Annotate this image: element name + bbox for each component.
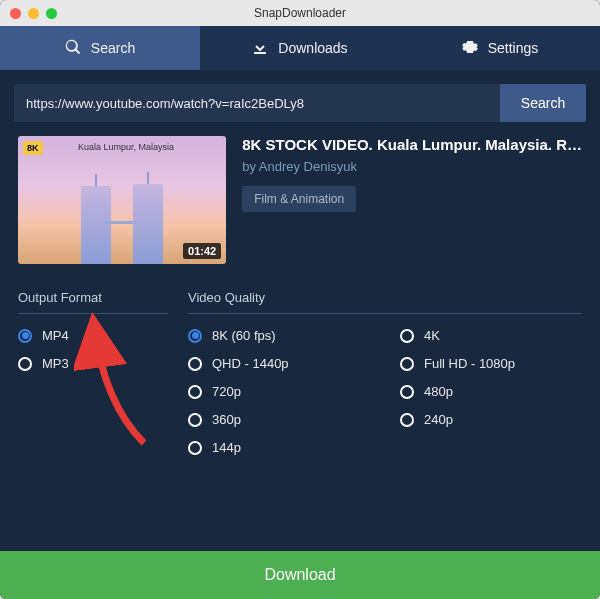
quality-col-1: 8K (60 fps)QHD - 1440p720p360p144p <box>188 328 370 455</box>
maximize-icon[interactable] <box>46 8 57 19</box>
quality-label: QHD - 1440p <box>212 356 289 371</box>
video-quality-section: Video Quality 8K (60 fps)QHD - 1440p720p… <box>188 290 582 455</box>
radio-icon <box>188 441 202 455</box>
quality-option[interactable]: 144p <box>188 440 370 455</box>
titlebar: SnapDownloader <box>0 0 600 26</box>
video-title: 8K STOCK VIDEO. Kuala Lumpur. Malaysia. … <box>242 136 582 153</box>
quality-label: 480p <box>424 384 453 399</box>
tab-search[interactable]: Search <box>0 26 200 70</box>
format-option[interactable]: MP3 <box>18 356 168 371</box>
tab-bar: Search Downloads Settings <box>0 26 600 70</box>
window-controls <box>10 8 57 19</box>
quality-option[interactable]: 480p <box>400 384 582 399</box>
app-window: SnapDownloader Search Downloads Settings… <box>0 0 600 599</box>
thumb-caption: Kuala Lumpur, Malaysia <box>78 142 174 152</box>
quality-option[interactable]: 360p <box>188 412 370 427</box>
quality-option[interactable]: 720p <box>188 384 370 399</box>
quality-label: 240p <box>424 412 453 427</box>
duration-badge: 01:42 <box>183 243 221 259</box>
radio-icon <box>18 329 32 343</box>
radio-icon <box>400 385 414 399</box>
tab-downloads[interactable]: Downloads <box>200 26 400 70</box>
radio-icon <box>400 413 414 427</box>
resolution-badge: 8K <box>23 141 43 155</box>
quality-option[interactable]: QHD - 1440p <box>188 356 370 371</box>
format-option[interactable]: MP4 <box>18 328 168 343</box>
quality-option[interactable]: 4K <box>400 328 582 343</box>
video-result: 8K Kuala Lumpur, Malaysia 01:42 8K STOCK… <box>0 136 600 276</box>
quality-label: 720p <box>212 384 241 399</box>
video-thumbnail[interactable]: 8K Kuala Lumpur, Malaysia 01:42 <box>18 136 226 264</box>
format-label: MP4 <box>42 328 69 343</box>
search-button[interactable]: Search <box>500 84 586 122</box>
gear-icon <box>462 39 478 58</box>
video-author: by Andrey Denisyuk <box>242 159 582 174</box>
url-input[interactable] <box>14 84 500 122</box>
app-title: SnapDownloader <box>0 6 600 20</box>
quality-label: Full HD - 1080p <box>424 356 515 371</box>
radio-icon <box>18 357 32 371</box>
format-label: MP3 <box>42 356 69 371</box>
search-icon <box>65 39 81 58</box>
radio-icon <box>400 329 414 343</box>
radio-icon <box>188 413 202 427</box>
quality-grid: 8K (60 fps)QHD - 1440p720p360p144p 4KFul… <box>188 328 582 455</box>
tab-settings[interactable]: Settings <box>400 26 600 70</box>
quality-label: 8K (60 fps) <box>212 328 276 343</box>
search-row: Search <box>14 84 586 122</box>
tab-search-label: Search <box>91 40 135 56</box>
radio-icon <box>188 329 202 343</box>
video-meta: 8K STOCK VIDEO. Kuala Lumpur. Malaysia. … <box>242 136 582 264</box>
quality-option[interactable]: 240p <box>400 412 582 427</box>
radio-icon <box>188 385 202 399</box>
video-category[interactable]: Film & Animation <box>242 186 356 212</box>
quality-header: Video Quality <box>188 290 582 314</box>
quality-label: 144p <box>212 440 241 455</box>
quality-col-2: 4KFull HD - 1080p480p240p <box>400 328 582 455</box>
format-header: Output Format <box>18 290 168 314</box>
quality-option[interactable]: Full HD - 1080p <box>400 356 582 371</box>
download-button[interactable]: Download <box>0 551 600 599</box>
output-format-section: Output Format MP4MP3 <box>18 290 168 455</box>
download-icon <box>252 39 268 58</box>
radio-icon <box>400 357 414 371</box>
quality-label: 4K <box>424 328 440 343</box>
quality-label: 360p <box>212 412 241 427</box>
quality-option[interactable]: 8K (60 fps) <box>188 328 370 343</box>
format-list: MP4MP3 <box>18 328 168 371</box>
options-panel: Output Format MP4MP3 Video Quality 8K (6… <box>0 276 600 455</box>
tab-downloads-label: Downloads <box>278 40 347 56</box>
minimize-icon[interactable] <box>28 8 39 19</box>
tab-settings-label: Settings <box>488 40 539 56</box>
radio-icon <box>188 357 202 371</box>
close-icon[interactable] <box>10 8 21 19</box>
